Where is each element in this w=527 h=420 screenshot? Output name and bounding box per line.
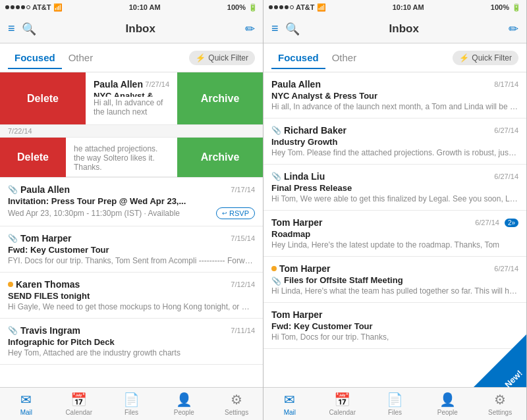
status-left-right: AT&T 📶	[269, 3, 326, 12]
tab-focused-left[interactable]: Focused	[8, 47, 62, 68]
email-item-2-wrapper: Archive Delete he attached projections. …	[0, 138, 263, 177]
settings-tab-label-right: Settings	[488, 409, 512, 416]
nav-left-icons: ≡ 🔍	[8, 22, 36, 36]
email-header-6: 📎 Travis Ingram 7/11/14	[8, 325, 255, 336]
email-item-r5[interactable]: Tom Harper 6/27/14 📎 Files for Offsite S…	[264, 257, 526, 303]
email-badge-r4: 2»	[505, 219, 518, 227]
bottom-tab-settings-left[interactable]: ⚙ Settings	[210, 392, 263, 416]
search-icon-left[interactable]: 🔍	[22, 22, 36, 36]
email-item-swiped-wrapper: Archive Delete Paula Allen 7/27/14 NYC A…	[0, 72, 263, 125]
tab-other-right[interactable]: Other	[325, 47, 364, 68]
email-header-r3: 📎 Linda Liu 6/27/14	[271, 171, 518, 182]
bottom-tab-files-right[interactable]: 📄 Files	[369, 392, 422, 416]
bottom-tab-calendar-right[interactable]: 📅 Calendar	[316, 392, 369, 416]
calendar-tab-label-right: Calendar	[329, 409, 356, 416]
quick-filter-right[interactable]: ⚡ Quick Filter	[453, 51, 518, 65]
bottom-tab-files-left[interactable]: 📄 Files	[105, 392, 158, 416]
signal-dot-r3	[279, 5, 283, 9]
quick-filter-left[interactable]: ⚡ Quick Filter	[189, 51, 255, 65]
email-item-2[interactable]: he attached projections. the way Soltero…	[66, 138, 177, 177]
rsvp-button[interactable]: ↩ RSVP	[216, 207, 255, 219]
status-right-right: 100% 🔋	[491, 3, 521, 12]
signal-dot-r1	[269, 5, 273, 9]
swipe-actions: Archive	[177, 72, 263, 124]
delete-action-label: Delete	[27, 93, 59, 105]
left-panel: AT&T 📶 10:10 AM 100% 🔋 ≡ 🔍 Inbox ✏ Focus…	[0, 0, 264, 420]
battery-right: 100%	[491, 3, 509, 11]
email-item-5[interactable]: Karen Thomas 7/12/14 SEND FILES tonight …	[0, 273, 263, 319]
bottom-tab-settings-right[interactable]: ⚙ Settings	[474, 392, 526, 416]
compose-icon-right[interactable]: ✏	[509, 22, 518, 36]
tab-bar-left: Focused Other ⚡ Quick Filter	[0, 43, 263, 72]
email-preview-4: FYI. Docs for our trip. Thanks, Tom Sent…	[8, 256, 255, 265]
email-header-5: Karen Thomas 7/12/14	[8, 279, 255, 290]
bottom-tab-mail-right[interactable]: ✉ Mail	[264, 392, 316, 416]
mail-tab-icon-right: ✉	[284, 392, 295, 407]
email-preview-r4: Hey Linda, Here's the latest update to t…	[271, 240, 518, 249]
menu-icon-left[interactable]: ≡	[8, 22, 15, 36]
bottom-tab-people-left[interactable]: 👤 People	[157, 392, 210, 416]
bottom-tabs-left: ✉ Mail 📅 Calendar 📄 Files 👤 People ⚙ Set…	[0, 387, 263, 420]
archive-action[interactable]: Archive	[177, 72, 263, 124]
battery-left: 100%	[227, 3, 246, 11]
email-subject-3: Invitation: Press Tour Prep @ Wed Apr 23…	[8, 196, 255, 206]
email-sender-4: Tom Harper	[20, 233, 72, 244]
email-list-left: Archive Delete Paula Allen 7/27/14 NYC A…	[0, 72, 263, 387]
menu-icon-right[interactable]: ≡	[271, 22, 279, 36]
pin-icon-6: 📎	[8, 326, 18, 335]
archive-action-2[interactable]: Archive	[177, 138, 263, 177]
delete-action[interactable]: Delete	[0, 72, 86, 124]
email-sender-r1: Paula Allen	[271, 79, 321, 90]
email-header-1: Paula Allen 7/27/14	[94, 79, 169, 90]
email-preview-r1: Hi all, In advance of the launch next mo…	[271, 102, 518, 111]
email-item-r3[interactable]: 📎 Linda Liu 6/27/14 Final Press Release …	[264, 165, 526, 211]
settings-tab-label-left: Settings	[225, 409, 248, 416]
bottom-tabs-right: ✉ Mail 📅 Calendar 📄 Files 👤 People ⚙ Set…	[264, 387, 526, 420]
email-preview-6: Hey Tom, Attached are the industry growt…	[8, 348, 255, 357]
email-item-3[interactable]: 📎 Paula Allen 7/17/14 Invitation: Press …	[0, 178, 263, 226]
email-sender-1: Paula Allen	[94, 79, 143, 90]
time-right: 10:10 AM	[393, 3, 424, 11]
email-header-4: 📎 Tom Harper 7/15/14	[8, 233, 255, 244]
wifi-icon-right: 📶	[317, 3, 326, 12]
people-tab-icon-right: 👤	[439, 392, 456, 407]
bottom-tab-people-right[interactable]: 👤 People	[421, 392, 474, 416]
email-item-r1[interactable]: Paula Allen 8/17/14 NYC Analyst & Press …	[264, 72, 526, 118]
email-date-5: 7/12/14	[231, 280, 255, 288]
delete-action-2[interactable]: Delete	[0, 138, 66, 177]
bottom-tab-calendar-left[interactable]: 📅 Calendar	[53, 392, 105, 416]
calendar-tab-label-left: Calendar	[65, 409, 92, 416]
compose-icon-left[interactable]: ✏	[245, 22, 255, 36]
email-item-4[interactable]: 📎 Tom Harper 7/15/14 Fwd: Key Customer T…	[0, 226, 263, 273]
email-sender-r6: Tom Harper	[271, 309, 323, 320]
email-date-1: 7/27/14	[145, 80, 169, 88]
bottom-tab-mail-left[interactable]: ✉ Mail	[0, 392, 53, 416]
email-item-r2[interactable]: 📎 Richard Baker 6/27/14 Industry Growth …	[264, 118, 526, 165]
nav-title-right: Inbox	[300, 22, 509, 36]
mail-tab-label-right: Mail	[284, 409, 296, 416]
battery-icon-right: 🔋	[512, 3, 521, 12]
email-date-r2: 6/27/14	[494, 126, 518, 134]
sender-row-6: 📎 Travis Ingram	[8, 325, 80, 336]
email-item-6[interactable]: 📎 Travis Ingram 7/11/14 Infographic for …	[0, 319, 263, 365]
time-left: 10:10 AM	[129, 3, 161, 11]
calendar-tab-icon-left: 📅	[70, 392, 87, 407]
signal-dot-r2	[274, 5, 278, 9]
signal-dot-r4	[285, 5, 289, 9]
tab-other-left[interactable]: Other	[62, 47, 100, 68]
email-subject-r5: Files for Offsite Staff Meeting	[284, 275, 403, 285]
people-tab-label-right: People	[437, 409, 458, 416]
email-item-r4[interactable]: Tom Harper 6/27/14 2» Roadmap Hey Linda,…	[264, 211, 526, 257]
search-icon-right[interactable]: 🔍	[285, 22, 300, 36]
email-date-r5: 6/27/14	[494, 265, 518, 273]
nav-right-right: ✏	[509, 22, 518, 36]
nav-left-icons-right: ≡ 🔍	[271, 22, 300, 36]
tab-focused-right[interactable]: Focused	[271, 47, 325, 68]
archive-action-label-2: Archive	[201, 151, 240, 163]
preview-rsvp-row: Wed Apr 23, 10:30pm - 11:30pm (IST) · Av…	[8, 207, 255, 219]
email-subject-4: Fwd: Key Customer Tour	[8, 245, 255, 255]
email-item-1[interactable]: Paula Allen 7/27/14 NYC Analyst & Press …	[86, 72, 177, 125]
status-bar-left: AT&T 📶 10:10 AM 100% 🔋	[0, 0, 263, 14]
email-subject-1: NYC Analyst & Press Tour	[94, 91, 169, 97]
nav-title-left: Inbox	[36, 22, 245, 36]
